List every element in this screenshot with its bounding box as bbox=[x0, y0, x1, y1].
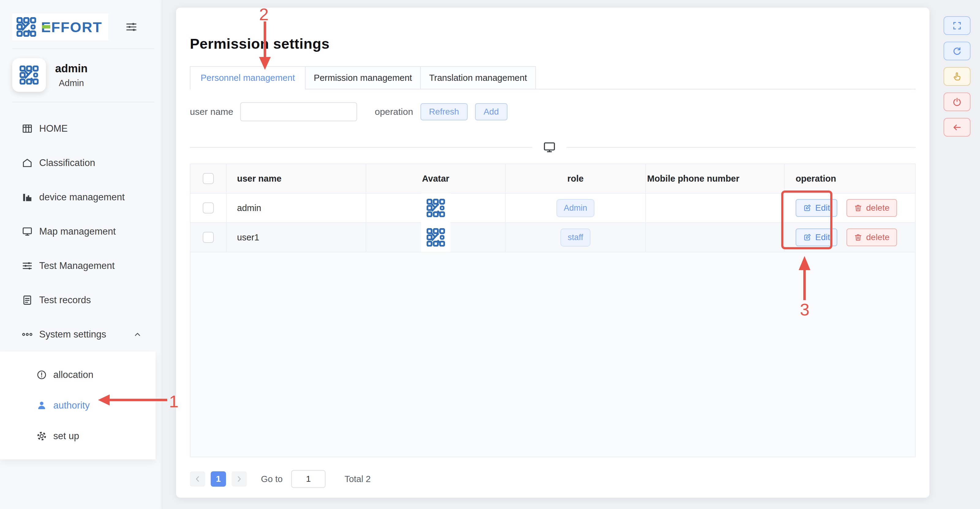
sidebar-nav: HOME Classification device management Ma… bbox=[0, 111, 162, 460]
operation-label: operation bbox=[375, 107, 413, 117]
brand-logo: EFFORT bbox=[12, 13, 108, 40]
trash-icon bbox=[854, 204, 862, 212]
sidebar-item-map-management[interactable]: Map management bbox=[0, 215, 162, 249]
select-all-checkbox[interactable] bbox=[203, 173, 214, 184]
pagination: 1 Go to Total 2 bbox=[190, 470, 916, 488]
sidebar-subitem-allocation[interactable]: allocation bbox=[0, 359, 156, 390]
grid-icon bbox=[21, 123, 33, 134]
sidebar-item-system-settings[interactable]: System settings bbox=[0, 317, 162, 352]
monitor-icon bbox=[542, 140, 557, 154]
sidebar-item-label: Test Management bbox=[39, 260, 115, 271]
hand-mode-button[interactable] bbox=[943, 67, 970, 86]
sidebar-item-device-management[interactable]: device management bbox=[0, 180, 162, 215]
username-cell: admin bbox=[227, 194, 366, 222]
house-icon bbox=[21, 157, 33, 169]
document-icon bbox=[21, 294, 33, 306]
delete-button-label: delete bbox=[866, 232, 889, 242]
page-1-button[interactable]: 1 bbox=[211, 471, 226, 487]
row-checkbox[interactable] bbox=[203, 232, 214, 243]
sidebar-item-classification[interactable]: Classification bbox=[0, 146, 162, 180]
mobile-cell bbox=[646, 223, 784, 252]
row-select-cell bbox=[191, 194, 227, 222]
avatar-cell bbox=[366, 223, 506, 252]
sidebar-collapse-toggle[interactable] bbox=[125, 21, 138, 33]
row-select-cell bbox=[191, 223, 227, 252]
tab-label: Permission management bbox=[314, 73, 412, 83]
gear-icon bbox=[36, 431, 47, 442]
brand-green-bar bbox=[42, 25, 50, 29]
tab-permission-management[interactable]: Permission management bbox=[305, 66, 421, 89]
reload-button[interactable] bbox=[943, 41, 970, 60]
page-title: Permission settings bbox=[190, 8, 916, 52]
column-header-role: role bbox=[506, 164, 646, 193]
row-checkbox[interactable] bbox=[203, 202, 214, 213]
avatar-cell bbox=[366, 194, 506, 222]
monitor-icon bbox=[21, 226, 33, 237]
circuit-grid-icon bbox=[426, 228, 445, 247]
edit-button-label: Edit bbox=[815, 232, 830, 242]
user-meta: admin Admin bbox=[55, 62, 88, 88]
role-cell: staff bbox=[506, 223, 646, 252]
chevron-up-icon bbox=[132, 329, 143, 340]
sidebar-item-test-management[interactable]: Test Management bbox=[0, 249, 162, 283]
user-name: admin bbox=[55, 62, 88, 75]
system-settings-submenu: allocation authority set up bbox=[0, 352, 156, 460]
delete-button-label: delete bbox=[866, 203, 889, 213]
edit-icon bbox=[803, 204, 811, 212]
add-button[interactable]: Add bbox=[475, 103, 508, 120]
sliders-icon bbox=[125, 21, 138, 33]
sliders-icon bbox=[21, 260, 33, 272]
delete-button[interactable]: delete bbox=[846, 229, 897, 246]
prev-page-button[interactable] bbox=[190, 471, 205, 487]
sidebar-item-label: Test records bbox=[39, 294, 91, 305]
sidebar-subitem-label: set up bbox=[53, 431, 79, 442]
operation-cell: Edit delete bbox=[784, 223, 915, 252]
tab-label: Personnel management bbox=[200, 73, 295, 83]
avatar bbox=[421, 193, 450, 223]
tab-bar: Personnel management Permission manageme… bbox=[190, 66, 916, 89]
user-icon bbox=[36, 400, 47, 411]
table-header-row: user name Avatar role Mobile phone numbe… bbox=[191, 164, 915, 194]
filter-row: user name operation Refresh Add bbox=[190, 102, 916, 121]
operation-cell: Edit delete bbox=[784, 194, 915, 222]
sidebar-subitem-set-up[interactable]: set up bbox=[0, 421, 156, 452]
role-badge: Admin bbox=[557, 199, 595, 217]
goto-page-input[interactable] bbox=[291, 470, 326, 488]
chevron-right-icon bbox=[235, 474, 244, 484]
edit-button[interactable]: Edit bbox=[795, 229, 837, 246]
username-input[interactable] bbox=[240, 102, 357, 121]
sidebar-item-label: Classification bbox=[39, 157, 95, 169]
permission-settings-card: Permission settings Personnel management… bbox=[176, 8, 929, 498]
floating-toolbar bbox=[943, 16, 970, 137]
sidebar-item-label: System settings bbox=[39, 329, 106, 340]
trash-icon bbox=[854, 233, 862, 242]
edit-button[interactable]: Edit bbox=[795, 199, 837, 217]
fullscreen-button[interactable] bbox=[943, 16, 970, 35]
username-label: user name bbox=[190, 107, 233, 117]
sidebar-item-test-records[interactable]: Test records bbox=[0, 283, 162, 317]
role-badge: staff bbox=[560, 229, 591, 247]
mobile-cell bbox=[646, 194, 784, 222]
power-button[interactable] bbox=[943, 92, 970, 111]
table-row: admin Admin Edit delete bbox=[191, 194, 915, 223]
column-header-mobile: Mobile phone number bbox=[646, 164, 784, 193]
alert-circle-icon bbox=[36, 369, 47, 380]
sidebar-subitem-authority[interactable]: authority bbox=[0, 390, 156, 421]
dots-icon bbox=[21, 329, 33, 340]
refresh-button[interactable]: Refresh bbox=[420, 103, 468, 120]
edit-icon bbox=[803, 233, 811, 242]
back-button[interactable] bbox=[943, 118, 970, 137]
back-arrow-icon bbox=[952, 122, 962, 133]
current-user-card: admin Admin bbox=[0, 49, 162, 102]
table-row: user1 staff Edit delete bbox=[191, 223, 915, 252]
delete-button[interactable]: delete bbox=[846, 199, 897, 217]
chevron-left-icon bbox=[193, 474, 202, 484]
circuit-grid-icon bbox=[16, 17, 36, 37]
next-page-button[interactable] bbox=[232, 471, 247, 487]
tab-translation-management[interactable]: Translation management bbox=[420, 66, 536, 89]
table-collapse-handle[interactable] bbox=[532, 135, 566, 159]
sidebar: EFFORT admin Admin HOME Classification bbox=[0, 0, 162, 509]
sidebar-item-label: HOME bbox=[39, 123, 68, 134]
tab-personnel-management[interactable]: Personnel management bbox=[190, 66, 305, 89]
sidebar-item-home[interactable]: HOME bbox=[0, 111, 162, 146]
